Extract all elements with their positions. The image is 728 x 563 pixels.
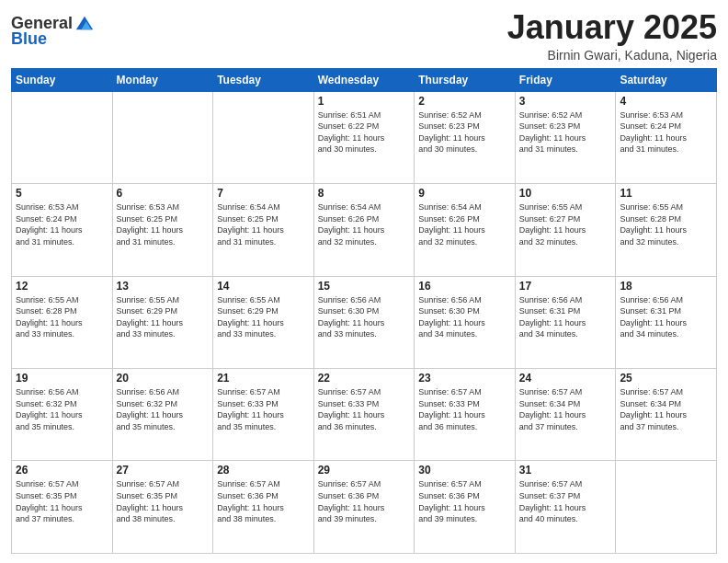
- day-number: 10: [519, 187, 612, 200]
- day-number: 28: [217, 464, 310, 477]
- day-number: 24: [519, 372, 612, 385]
- calendar-cell: 28Sunrise: 6:57 AMSunset: 6:36 PMDayligh…: [213, 461, 314, 554]
- calendar-cell: 26Sunrise: 6:57 AMSunset: 6:35 PMDayligh…: [12, 461, 113, 554]
- day-info: Sunrise: 6:55 AMSunset: 6:28 PMDaylight:…: [16, 294, 108, 340]
- day-info: Sunrise: 6:54 AMSunset: 6:25 PMDaylight:…: [217, 201, 310, 247]
- day-number: 22: [318, 372, 411, 385]
- day-number: 15: [318, 280, 411, 293]
- calendar-week-4: 19Sunrise: 6:56 AMSunset: 6:32 PMDayligh…: [12, 369, 717, 461]
- calendar-cell: 8Sunrise: 6:54 AMSunset: 6:26 PMDaylight…: [313, 184, 415, 276]
- day-info: Sunrise: 6:56 AMSunset: 6:32 PMDaylight:…: [16, 386, 108, 432]
- day-info: Sunrise: 6:56 AMSunset: 6:31 PMDaylight:…: [519, 294, 612, 340]
- calendar-cell: 19Sunrise: 6:56 AMSunset: 6:32 PMDayligh…: [12, 369, 113, 461]
- day-info: Sunrise: 6:52 AMSunset: 6:23 PMDaylight:…: [519, 109, 612, 155]
- calendar-cell: [213, 91, 314, 183]
- calendar-week-2: 5Sunrise: 6:53 AMSunset: 6:24 PMDaylight…: [12, 184, 717, 276]
- calendar-cell: 15Sunrise: 6:56 AMSunset: 6:30 PMDayligh…: [313, 276, 415, 368]
- calendar-cell: 17Sunrise: 6:56 AMSunset: 6:31 PMDayligh…: [515, 276, 616, 368]
- weekday-header-tuesday: Tuesday: [213, 68, 314, 91]
- day-number: 26: [16, 464, 108, 477]
- day-number: 23: [418, 372, 511, 385]
- day-info: Sunrise: 6:55 AMSunset: 6:29 PMDaylight:…: [117, 294, 210, 340]
- calendar-cell: 9Sunrise: 6:54 AMSunset: 6:26 PMDaylight…: [415, 184, 516, 276]
- day-info: Sunrise: 6:57 AMSunset: 6:33 PMDaylight:…: [318, 386, 411, 432]
- day-info: Sunrise: 6:57 AMSunset: 6:37 PMDaylight:…: [519, 478, 612, 524]
- calendar-cell: 11Sunrise: 6:55 AMSunset: 6:28 PMDayligh…: [616, 184, 717, 276]
- calendar-cell: 2Sunrise: 6:52 AMSunset: 6:23 PMDaylight…: [415, 91, 516, 183]
- day-info: Sunrise: 6:57 AMSunset: 6:36 PMDaylight:…: [318, 478, 411, 524]
- calendar-cell: 18Sunrise: 6:56 AMSunset: 6:31 PMDayligh…: [616, 276, 717, 368]
- day-number: 5: [16, 187, 108, 200]
- calendar-cell: 13Sunrise: 6:55 AMSunset: 6:29 PMDayligh…: [112, 276, 213, 368]
- calendar-cell: 27Sunrise: 6:57 AMSunset: 6:35 PMDayligh…: [112, 461, 213, 554]
- day-info: Sunrise: 6:57 AMSunset: 6:33 PMDaylight:…: [418, 386, 511, 432]
- calendar-cell: [112, 91, 213, 183]
- day-number: 9: [418, 187, 511, 200]
- weekday-header-thursday: Thursday: [415, 68, 516, 91]
- day-number: 19: [16, 372, 108, 385]
- header: General Blue January 2025 Birnin Gwari, …: [11, 9, 717, 63]
- weekday-header-row: SundayMondayTuesdayWednesdayThursdayFrid…: [12, 68, 717, 91]
- day-number: 18: [620, 280, 712, 293]
- day-number: 12: [16, 280, 108, 293]
- calendar-cell: 21Sunrise: 6:57 AMSunset: 6:33 PMDayligh…: [213, 369, 314, 461]
- day-number: 20: [117, 372, 210, 385]
- calendar-cell: 23Sunrise: 6:57 AMSunset: 6:33 PMDayligh…: [415, 369, 516, 461]
- calendar-week-1: 1Sunrise: 6:51 AMSunset: 6:22 PMDaylight…: [12, 91, 717, 183]
- day-info: Sunrise: 6:56 AMSunset: 6:30 PMDaylight:…: [318, 294, 411, 340]
- calendar-cell: 5Sunrise: 6:53 AMSunset: 6:24 PMDaylight…: [12, 184, 113, 276]
- day-number: 29: [318, 464, 411, 477]
- weekday-header-monday: Monday: [112, 68, 213, 91]
- page: General Blue January 2025 Birnin Gwari, …: [0, 0, 728, 563]
- day-number: 13: [117, 280, 210, 293]
- calendar-cell: 22Sunrise: 6:57 AMSunset: 6:33 PMDayligh…: [313, 369, 415, 461]
- day-number: 16: [418, 280, 511, 293]
- day-number: 14: [217, 280, 310, 293]
- day-info: Sunrise: 6:51 AMSunset: 6:22 PMDaylight:…: [318, 109, 411, 155]
- day-info: Sunrise: 6:56 AMSunset: 6:31 PMDaylight:…: [620, 294, 712, 340]
- day-info: Sunrise: 6:57 AMSunset: 6:33 PMDaylight:…: [217, 386, 310, 432]
- day-info: Sunrise: 6:53 AMSunset: 6:24 PMDaylight:…: [620, 109, 712, 155]
- day-number: 7: [217, 187, 310, 200]
- day-number: 3: [519, 95, 612, 108]
- day-number: 11: [620, 187, 712, 200]
- day-number: 25: [620, 372, 712, 385]
- calendar-cell: 3Sunrise: 6:52 AMSunset: 6:23 PMDaylight…: [515, 91, 616, 183]
- day-info: Sunrise: 6:57 AMSunset: 6:35 PMDaylight:…: [117, 478, 210, 524]
- title-block: January 2025 Birnin Gwari, Kaduna, Niger…: [507, 9, 717, 63]
- day-info: Sunrise: 6:57 AMSunset: 6:34 PMDaylight:…: [519, 386, 612, 432]
- day-info: Sunrise: 6:54 AMSunset: 6:26 PMDaylight:…: [318, 201, 411, 247]
- day-number: 21: [217, 372, 310, 385]
- calendar-cell: 16Sunrise: 6:56 AMSunset: 6:30 PMDayligh…: [415, 276, 516, 368]
- weekday-header-saturday: Saturday: [616, 68, 717, 91]
- weekday-header-sunday: Sunday: [12, 68, 113, 91]
- calendar-week-5: 26Sunrise: 6:57 AMSunset: 6:35 PMDayligh…: [12, 461, 717, 554]
- day-number: 1: [318, 95, 411, 108]
- calendar-cell: 14Sunrise: 6:55 AMSunset: 6:29 PMDayligh…: [213, 276, 314, 368]
- logo: General Blue: [11, 13, 95, 49]
- calendar-cell: 30Sunrise: 6:57 AMSunset: 6:36 PMDayligh…: [415, 461, 516, 554]
- day-number: 8: [318, 187, 411, 200]
- calendar-cell: 10Sunrise: 6:55 AMSunset: 6:27 PMDayligh…: [515, 184, 616, 276]
- calendar-cell: 31Sunrise: 6:57 AMSunset: 6:37 PMDayligh…: [515, 461, 616, 554]
- day-info: Sunrise: 6:57 AMSunset: 6:36 PMDaylight:…: [217, 478, 310, 524]
- day-info: Sunrise: 6:57 AMSunset: 6:35 PMDaylight:…: [16, 478, 108, 524]
- day-info: Sunrise: 6:55 AMSunset: 6:28 PMDaylight:…: [620, 201, 712, 247]
- logo-icon: [74, 13, 95, 33]
- calendar-cell: 12Sunrise: 6:55 AMSunset: 6:28 PMDayligh…: [12, 276, 113, 368]
- calendar-week-3: 12Sunrise: 6:55 AMSunset: 6:28 PMDayligh…: [12, 276, 717, 368]
- day-number: 30: [418, 464, 511, 477]
- day-info: Sunrise: 6:52 AMSunset: 6:23 PMDaylight:…: [418, 109, 511, 155]
- calendar-cell: 24Sunrise: 6:57 AMSunset: 6:34 PMDayligh…: [515, 369, 616, 461]
- weekday-header-friday: Friday: [515, 68, 616, 91]
- weekday-header-wednesday: Wednesday: [313, 68, 415, 91]
- calendar-cell: 29Sunrise: 6:57 AMSunset: 6:36 PMDayligh…: [313, 461, 415, 554]
- day-number: 6: [117, 187, 210, 200]
- day-info: Sunrise: 6:55 AMSunset: 6:27 PMDaylight:…: [519, 201, 612, 247]
- calendar-cell: 1Sunrise: 6:51 AMSunset: 6:22 PMDaylight…: [313, 91, 415, 183]
- day-number: 31: [519, 464, 612, 477]
- day-info: Sunrise: 6:57 AMSunset: 6:36 PMDaylight:…: [418, 478, 511, 524]
- day-number: 4: [620, 95, 712, 108]
- day-info: Sunrise: 6:54 AMSunset: 6:26 PMDaylight:…: [418, 201, 511, 247]
- calendar-cell: [616, 461, 717, 554]
